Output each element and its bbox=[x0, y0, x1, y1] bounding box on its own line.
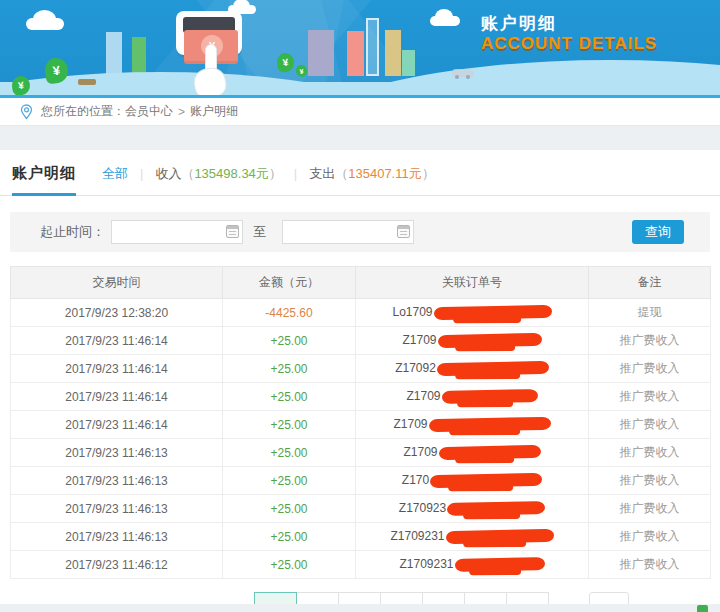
query-button[interactable]: 查询 bbox=[632, 220, 684, 244]
order-prefix: Z1709231 bbox=[399, 557, 453, 571]
cell-order: Lo1709 bbox=[356, 299, 589, 327]
redaction-scribble bbox=[437, 360, 549, 375]
tab-divider: | bbox=[140, 166, 143, 181]
cell-time: 2017/9/23 11:46:14 bbox=[11, 383, 223, 411]
income-label: 收入 bbox=[155, 166, 181, 181]
table-header-row: 交易时间 金额（元） 关联订单号 备注 bbox=[11, 267, 711, 299]
income-amount: 135498.34 bbox=[194, 166, 255, 181]
calendar-icon[interactable] bbox=[397, 225, 410, 238]
transactions-table: 交易时间 金额（元） 关联订单号 备注 2017/9/23 12:38:20 -… bbox=[10, 266, 711, 579]
tab-all[interactable]: 全部 bbox=[102, 165, 128, 183]
cell-time: 2017/9/23 11:46:14 bbox=[11, 355, 223, 383]
order-prefix: Z1709 bbox=[402, 333, 436, 347]
order-prefix: Z1709231 bbox=[390, 529, 444, 543]
tab-expense[interactable]: 支出（135407.11元） bbox=[309, 165, 435, 183]
bottom-badge-icon bbox=[697, 605, 708, 612]
cell-order: Z1709 bbox=[356, 327, 589, 355]
col-header-time: 交易时间 bbox=[11, 267, 223, 299]
cell-order: Z1709 bbox=[356, 383, 589, 411]
tab-income[interactable]: 收入（135498.34元） bbox=[155, 165, 281, 183]
paren: （ bbox=[335, 166, 348, 181]
cell-order: Z17092 bbox=[356, 355, 589, 383]
cell-time: 2017/9/23 11:46:13 bbox=[11, 523, 223, 551]
expense-unit: 元 bbox=[409, 166, 422, 181]
bottom-strip bbox=[0, 604, 720, 612]
paren: （ bbox=[181, 166, 194, 181]
car-icon bbox=[452, 69, 474, 77]
date-range-label: 起止时间： bbox=[40, 223, 105, 241]
redaction-scribble bbox=[428, 416, 550, 432]
date-filter-bar: 起止时间： 至 查询 bbox=[10, 212, 710, 252]
cell-amount: -4425.60 bbox=[223, 299, 356, 327]
building-icon bbox=[347, 31, 364, 76]
yuan-symbol: ¥ bbox=[17, 80, 24, 92]
end-date-wrap bbox=[282, 220, 414, 244]
cell-order: Z1709231 bbox=[356, 523, 589, 551]
start-date-input[interactable] bbox=[111, 220, 243, 244]
cell-remark: 推广费收入 bbox=[589, 439, 711, 467]
cell-order: Z170923 bbox=[356, 495, 589, 523]
cell-time: 2017/9/23 11:46:12 bbox=[11, 551, 223, 579]
section-heading: 账户明细 bbox=[12, 164, 76, 196]
cloud-icon bbox=[430, 16, 460, 26]
cell-remark: 提现 bbox=[589, 299, 711, 327]
building-icon bbox=[385, 30, 401, 76]
table-row: 2017/9/23 11:46:13 +25.00 Z170923 推广费收入 bbox=[11, 495, 711, 523]
building-icon bbox=[308, 30, 334, 76]
cell-order: Z1709 bbox=[356, 411, 589, 439]
location-pin-icon bbox=[20, 104, 33, 120]
cell-time: 2017/9/23 11:46:13 bbox=[11, 439, 223, 467]
cell-amount: +25.00 bbox=[223, 467, 356, 495]
redaction-scribble bbox=[445, 529, 553, 544]
breadcrumb: 您所在的位置： 会员中心 > 账户明细 bbox=[0, 98, 720, 126]
cell-remark: 推广费收入 bbox=[589, 327, 711, 355]
table-row: 2017/9/23 11:46:14 +25.00 Z1709 推广费收入 bbox=[11, 383, 711, 411]
cell-remark: 推广费收入 bbox=[589, 495, 711, 523]
cell-time: 2017/9/23 11:46:13 bbox=[11, 495, 223, 523]
cell-time: 2017/9/23 11:46:14 bbox=[11, 327, 223, 355]
order-prefix: Z17092 bbox=[395, 361, 436, 375]
paren: ） bbox=[269, 166, 282, 181]
cell-amount: +25.00 bbox=[223, 383, 356, 411]
table-row: 2017/9/23 11:46:14 +25.00 Z1709 推广费收入 bbox=[11, 411, 711, 439]
cloud-icon bbox=[26, 18, 64, 30]
breadcrumb-link-member-center[interactable]: 会员中心 bbox=[125, 103, 173, 120]
cell-remark: 推广费收入 bbox=[589, 523, 711, 551]
breadcrumb-current: 账户明细 bbox=[190, 103, 238, 120]
table-row: 2017/9/23 11:46:12 +25.00 Z1709231 推广费收入 bbox=[11, 551, 711, 579]
cell-amount: +25.00 bbox=[223, 523, 356, 551]
cell-amount: +25.00 bbox=[223, 327, 356, 355]
redaction-scribble bbox=[441, 389, 537, 404]
table-row: 2017/9/23 11:46:13 +25.00 Z170 推广费收入 bbox=[11, 467, 711, 495]
cell-order: Z170 bbox=[356, 467, 589, 495]
cell-amount: +25.00 bbox=[223, 411, 356, 439]
col-header-amount: 金额（元） bbox=[223, 267, 356, 299]
order-prefix: Z170 bbox=[402, 473, 429, 487]
cell-remark: 推广费收入 bbox=[589, 467, 711, 495]
cell-order: Z1709 bbox=[356, 439, 589, 467]
start-date-wrap bbox=[111, 220, 243, 244]
cell-time: 2017/9/23 11:46:14 bbox=[11, 411, 223, 439]
cell-amount: +25.00 bbox=[223, 439, 356, 467]
expense-label: 支出 bbox=[309, 166, 335, 181]
table-row: 2017/9/23 11:46:14 +25.00 Z17092 推广费收入 bbox=[11, 355, 711, 383]
building-icon bbox=[402, 50, 415, 76]
yuan-symbol: ¥ bbox=[299, 67, 304, 74]
to-label: 至 bbox=[253, 223, 266, 241]
income-unit: 元 bbox=[256, 166, 269, 181]
account-details-card: 账户明细 全部 | 收入（135498.34元） | 支出（135407.11元… bbox=[0, 150, 720, 612]
calendar-icon[interactable] bbox=[226, 225, 239, 238]
cell-time: 2017/9/23 12:38:20 bbox=[11, 299, 223, 327]
order-prefix: Lo1709 bbox=[392, 305, 432, 319]
end-date-input[interactable] bbox=[282, 220, 414, 244]
redaction-scribble bbox=[433, 304, 551, 319]
bench-icon bbox=[78, 79, 96, 85]
cell-amount: +25.00 bbox=[223, 495, 356, 523]
order-prefix: Z170923 bbox=[399, 501, 446, 515]
cell-remark: 推广费收入 bbox=[589, 355, 711, 383]
cell-amount: +25.00 bbox=[223, 551, 356, 579]
yuan-symbol: ¥ bbox=[52, 63, 61, 79]
table-row: 2017/9/23 11:46:13 +25.00 Z1709 推广费收入 bbox=[11, 439, 711, 467]
cell-order: Z1709231 bbox=[356, 551, 589, 579]
redaction-scribble bbox=[447, 501, 545, 516]
